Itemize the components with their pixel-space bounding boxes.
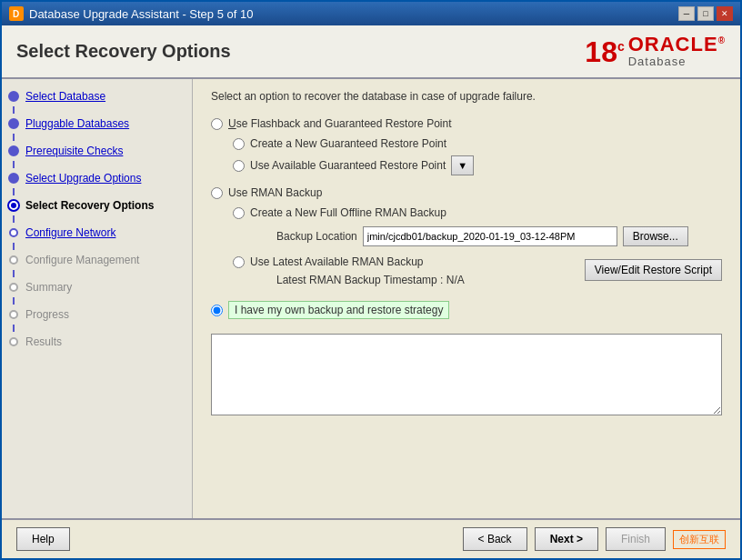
main-window: D Database Upgrade Assistant - Step 5 of… <box>0 0 742 560</box>
sidebar-item-configure-management: Configure Management <box>2 250 192 270</box>
back-button[interactable]: < Back <box>463 527 527 551</box>
header-bar: Select Recovery Options 18c ORACLE® Data… <box>2 25 740 79</box>
notes-textarea[interactable] <box>211 334 722 415</box>
page-title: Select Recovery Options <box>16 41 231 62</box>
title-bar: D Database Upgrade Assistant - Step 5 of… <box>2 2 740 25</box>
title-bar-left: D Database Upgrade Assistant - Step 5 of… <box>9 6 253 21</box>
app-icon: D <box>9 6 24 21</box>
backup-location-input[interactable] <box>363 226 617 246</box>
sidebar-item-summary: Summary <box>2 277 192 297</box>
watermark: 创新互联 <box>673 530 726 549</box>
text-area-section <box>211 334 722 507</box>
sidebar-connector-5 <box>13 215 15 223</box>
sidebar-connector <box>13 106 15 114</box>
backup-location-row: Backup Location Browse... <box>276 226 722 246</box>
flashback-option-row[interactable]: Use Flashback and Guaranteed Restore Poi… <box>211 117 722 130</box>
maximize-button[interactable]: □ <box>697 6 714 21</box>
sidebar-label-results: Results <box>25 335 62 348</box>
sidebar-connector-9 <box>13 325 15 332</box>
rman-label: Use RMAN Backup <box>228 186 322 199</box>
sidebar-item-prerequisite[interactable]: Prerequisite Checks <box>2 141 192 161</box>
next-button[interactable]: Next > <box>535 527 598 551</box>
oracle-logo: 18c ORACLE® Database <box>585 35 726 68</box>
new-guaranteed-label: Create a New Guaranteed Restore Point <box>250 137 446 150</box>
sidebar-dot-results <box>7 335 20 348</box>
new-rman-row[interactable]: Create a New Full Offline RMAN Backup <box>233 206 722 219</box>
sidebar-dot-upgrade <box>7 172 20 185</box>
latest-rman-radio[interactable] <box>233 256 245 268</box>
sidebar-dot-select-database <box>7 90 20 103</box>
sidebar-dot-prereq <box>7 145 20 157</box>
view-edit-restore-script-button[interactable]: View/Edit Restore Script <box>585 259 722 281</box>
rman-radio[interactable] <box>211 187 223 199</box>
sidebar-label-prereq: Prerequisite Checks <box>25 145 123 157</box>
bottom-left: Help <box>16 527 70 551</box>
sidebar-label-upgrade: Select Upgrade Options <box>25 172 141 185</box>
oracle-name-block: ORACLE® Database <box>628 35 726 68</box>
sidebar-item-recovery-options[interactable]: Select Recovery Options <box>2 195 192 215</box>
backup-location-label: Backup Location <box>276 230 357 243</box>
content-area: Select Database Pluggable Databases Prer… <box>2 79 740 518</box>
own-backup-row[interactable]: I have my own backup and restore strateg… <box>211 301 722 319</box>
new-guaranteed-radio[interactable] <box>233 138 245 150</box>
timestamp-label: Latest RMAN Backup Timestamp : <box>276 274 443 286</box>
sidebar: Select Database Pluggable Databases Prer… <box>2 79 193 518</box>
latest-rman-row[interactable]: Use Latest Available RMAN Backup <box>233 255 585 268</box>
main-panel: Select an option to recover the database… <box>193 79 740 518</box>
oracle-sup: c <box>617 39 625 54</box>
sidebar-dot-mgmt <box>7 254 20 266</box>
sidebar-label-pluggable: Pluggable Databases <box>25 117 129 130</box>
oracle-version: 18c <box>585 37 624 66</box>
latest-rman-left: Use Latest Available RMAN Backup Latest … <box>233 255 585 286</box>
sidebar-connector-3 <box>13 161 15 168</box>
sidebar-dot-network <box>7 226 20 239</box>
sidebar-connector-8 <box>13 297 15 305</box>
timestamp-value: N/A <box>446 274 465 286</box>
sidebar-label-select-database: Select Database <box>25 90 105 103</box>
sidebar-dot-progress <box>7 308 20 321</box>
sidebar-connector-7 <box>13 270 15 277</box>
svg-text:D: D <box>13 9 19 19</box>
sidebar-label-mgmt: Configure Management <box>25 254 139 266</box>
use-available-row[interactable]: Use Available Guaranteed Restore Point ▼ <box>233 155 722 175</box>
oracle-brand: ORACLE® <box>628 35 726 55</box>
sidebar-item-configure-network[interactable]: Configure Network <box>2 223 192 243</box>
new-rman-label: Create a New Full Offline RMAN Backup <box>250 206 446 219</box>
finish-button[interactable]: Finish <box>606 527 666 551</box>
flashback-radio[interactable] <box>211 118 223 130</box>
close-button[interactable]: ✕ <box>717 6 733 21</box>
new-rman-radio[interactable] <box>233 207 245 219</box>
window-controls[interactable]: ─ □ ✕ <box>678 6 733 21</box>
sidebar-item-pluggable-databases[interactable]: Pluggable Databases <box>2 114 192 134</box>
latest-rman-label: Use Latest Available RMAN Backup <box>250 255 424 268</box>
own-backup-label: I have my own backup and restore strateg… <box>228 301 449 319</box>
browse-button[interactable]: Browse... <box>623 226 688 246</box>
window-title: Database Upgrade Assistant - Step 5 of 1… <box>29 7 253 21</box>
flashback-label: Use Flashback and Guaranteed Restore Poi… <box>228 117 451 130</box>
sidebar-label-recovery: Select Recovery Options <box>25 199 154 212</box>
bottom-right: < Back Next > Finish 创新互联 <box>463 527 726 551</box>
sidebar-item-results: Results <box>2 332 192 352</box>
sidebar-item-select-database[interactable]: Select Database <box>2 86 192 106</box>
rman-option-row[interactable]: Use RMAN Backup <box>211 186 722 199</box>
new-guaranteed-row[interactable]: Create a New Guaranteed Restore Point <box>233 137 722 150</box>
own-backup-radio[interactable] <box>211 305 223 316</box>
sidebar-label-summary: Summary <box>25 281 72 294</box>
sidebar-label-progress: Progress <box>25 308 69 321</box>
flashback-sub-options: Create a New Guaranteed Restore Point Us… <box>233 137 722 175</box>
rman-sub-options: Create a New Full Offline RMAN Backup Ba… <box>233 206 722 286</box>
help-button[interactable]: Help <box>16 527 70 551</box>
latest-rman-section: Use Latest Available RMAN Backup Latest … <box>233 255 722 286</box>
bottom-bar: Help < Back Next > Finish 创新互联 <box>2 518 740 558</box>
sidebar-item-progress: Progress <box>2 305 192 325</box>
timestamp-row: Latest RMAN Backup Timestamp : N/A <box>276 274 585 286</box>
use-available-radio[interactable] <box>233 160 245 172</box>
sidebar-connector-4 <box>13 188 15 195</box>
restore-point-dropdown[interactable]: ▼ <box>451 155 474 175</box>
sidebar-item-upgrade-options[interactable]: Select Upgrade Options <box>2 168 192 188</box>
sidebar-connector-6 <box>13 243 15 250</box>
minimize-button[interactable]: ─ <box>678 6 695 21</box>
sidebar-dot-pluggable <box>7 117 20 130</box>
sidebar-dot-summary <box>7 281 20 294</box>
sidebar-label-network: Configure Network <box>25 226 115 239</box>
